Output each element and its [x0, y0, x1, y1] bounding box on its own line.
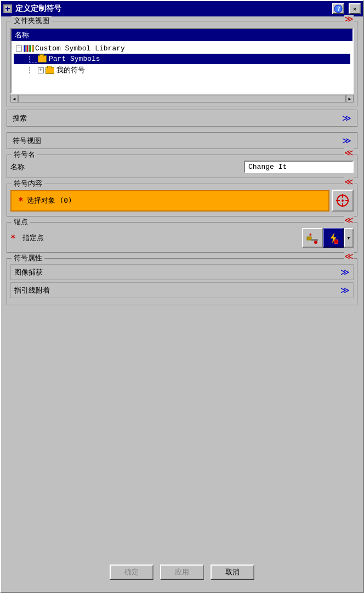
folder-icon-my: [46, 67, 54, 74]
symbol-view-collapse[interactable]: ≫: [342, 135, 351, 146]
image-capture-collapse[interactable]: ≫: [340, 267, 350, 277]
anchor-collapse[interactable]: ≪: [344, 216, 354, 225]
svg-rect-12: [311, 239, 318, 241]
tree-item-part[interactable]: Part Symbols: [14, 54, 350, 64]
folder-view-collapse[interactable]: ≫: [344, 15, 354, 24]
tree-column-header: 名称: [12, 29, 352, 41]
leader-attach-row[interactable]: 指引线附着 ≫: [10, 282, 354, 298]
tree-item-part-label: Part Symbols: [49, 55, 100, 63]
svg-point-16: [334, 240, 338, 244]
tree-item-root-label: Custom Symbol Library: [35, 44, 125, 53]
content-area: 文件夹视图 ≫ 名称 − Custom Symbol Library Part …: [1, 16, 363, 592]
expand-minus-icon[interactable]: −: [16, 45, 22, 52]
tree-item-mysymbol[interactable]: + 我的符号: [14, 64, 350, 76]
folder-view-label: 文件夹视图: [12, 16, 52, 26]
image-capture-label: 图像捕获: [14, 267, 43, 277]
symbol-view-section: 符号视图 ≫: [7, 132, 357, 149]
symbol-content-collapse[interactable]: ≪: [344, 178, 354, 186]
select-object-row: * 选择对象 (0): [10, 190, 354, 212]
anchor-row: * 指定点 +: [10, 228, 354, 248]
anchor-lightning-button[interactable]: [323, 228, 344, 248]
search-label: 搜索: [13, 113, 342, 123]
symbol-view-label: 符号视图: [13, 136, 342, 146]
svg-text:?: ?: [337, 5, 341, 13]
folder-view-section: 文件夹视图 ≫ 名称 − Custom Symbol Library Part …: [7, 21, 357, 106]
image-capture-row[interactable]: 图像捕获 ≫: [10, 264, 354, 280]
symbol-name-collapse[interactable]: ≪: [344, 149, 354, 157]
window-title: 定义定制符号: [15, 4, 329, 14]
anchor-add-button[interactable]: +: [302, 228, 323, 248]
help-button[interactable]: ?: [332, 3, 344, 14]
leader-attach-label: 指引线附着: [14, 286, 50, 295]
ok-button[interactable]: 确定: [110, 565, 153, 580]
anchor-buttons: + ▼: [302, 228, 354, 248]
symbol-props-label: 符号属性: [12, 253, 44, 263]
asterisk-icon: *: [18, 196, 24, 206]
symbol-name-section: 符号名 ≪ 名称: [7, 155, 357, 178]
tree-view[interactable]: 名称 − Custom Symbol Library Part Symbols: [10, 28, 354, 94]
folder-icon-part: [38, 55, 47, 62]
anchor-section-label: 锚点: [12, 217, 30, 227]
cancel-button[interactable]: 取消: [211, 565, 254, 580]
tree-item-root[interactable]: − Custom Symbol Library: [14, 43, 350, 54]
name-row: 名称: [10, 161, 354, 173]
symbol-content-section: 符号内容 ≪ * 选择对象 (0): [7, 184, 357, 216]
anchor-point-label: 指定点: [22, 233, 298, 243]
search-collapse[interactable]: ≫: [342, 113, 351, 123]
library-icon: [24, 45, 34, 52]
anchor-asterisk: *: [10, 233, 16, 243]
title-bar-icon: [3, 4, 12, 13]
tree-item-mysymbol-label: 我的符号: [56, 65, 85, 75]
leader-attach-collapse[interactable]: ≫: [340, 285, 350, 295]
select-object-button[interactable]: * 选择对象 (0): [10, 190, 329, 212]
symbol-props-collapse[interactable]: ≪: [344, 252, 354, 261]
scroll-right-btn[interactable]: ▶: [346, 95, 354, 102]
anchor-dropdown-button[interactable]: ▼: [344, 228, 354, 248]
scroll-left-btn[interactable]: ◀: [10, 95, 18, 102]
bottom-buttons: 确定 应用 取消: [7, 559, 357, 588]
title-bar: 定义定制符号 ? ×: [1, 1, 363, 16]
symbol-name-section-label: 符号名: [12, 150, 37, 159]
close-button[interactable]: ×: [349, 3, 361, 14]
search-section: 搜索 ≫: [7, 110, 357, 127]
svg-point-14: [314, 241, 317, 244]
crosshair-button[interactable]: [332, 190, 354, 212]
anchor-section: 锚点 ≪ * 指定点 +: [7, 222, 357, 253]
select-object-text: 选择对象 (0): [27, 196, 72, 206]
svg-point-10: [342, 199, 344, 202]
symbol-props-section: 符号属性 ≪ 图像捕获 ≫ 指引线附着 ≫: [7, 258, 357, 305]
svg-text:+: +: [309, 231, 312, 237]
main-window: 定义定制符号 ? × 文件夹视图 ≫ 名称 − Custom S: [0, 0, 364, 593]
dropdown-arrow: ▼: [348, 236, 350, 241]
apply-button[interactable]: 应用: [160, 565, 204, 580]
symbol-content-label: 符号内容: [12, 179, 44, 189]
name-field-label: 名称: [10, 162, 32, 172]
expand-plus-icon[interactable]: +: [38, 67, 44, 73]
name-input[interactable]: [244, 161, 354, 173]
